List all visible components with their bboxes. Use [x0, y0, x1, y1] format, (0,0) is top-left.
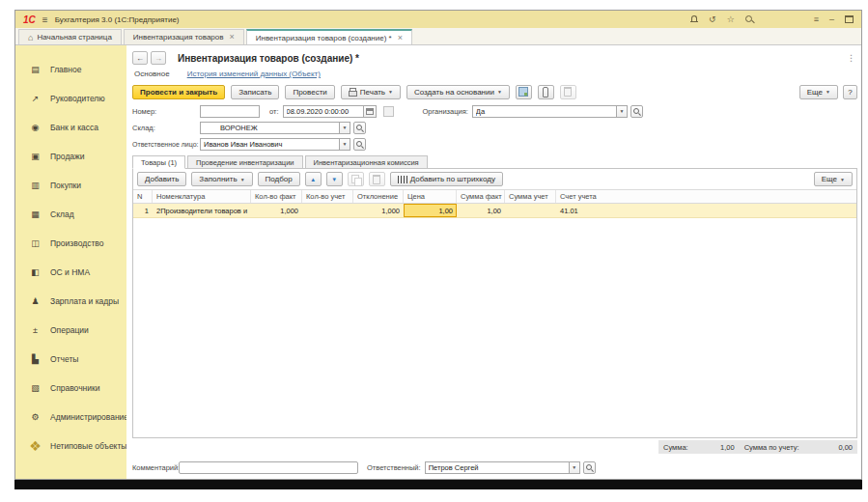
number-date-org-row: Номер: от: Организация: ▼ [132, 104, 857, 118]
tab-inventory-process[interactable]: Проведение инвентаризации [187, 155, 302, 169]
post-button[interactable]: Провести [285, 85, 334, 99]
cell-account[interactable]: 41.01 [556, 204, 856, 217]
hamburger-menu-icon[interactable]: ≡ [42, 14, 48, 25]
forward-button[interactable]: → [151, 51, 166, 65]
sidebar-item-label: Руководителю [50, 94, 105, 103]
chevron-down-icon[interactable]: ▼ [340, 138, 350, 151]
close-icon[interactable]: × [229, 33, 234, 42]
service-menu-icon[interactable]: ≡ [814, 15, 819, 24]
chevron-down-icon[interactable]: ▼ [617, 105, 628, 118]
history-icon[interactable]: ↺ [709, 15, 716, 24]
sidebar-item-operations[interactable]: ±Операции [15, 316, 126, 345]
sidebar-item-bank-cash[interactable]: ◉Банк и касса [15, 113, 126, 142]
chevron-down-icon[interactable]: ▼ [570, 461, 580, 474]
delete-row-button[interactable] [369, 172, 385, 186]
table-row[interactable]: 1 2Производители товаров и 1,000 1,000 1… [133, 204, 856, 218]
sidebar-item-reports[interactable]: ▙Отчеты [15, 345, 126, 374]
titlebar-controls: ↺ ☆ ≡ – [690, 15, 854, 24]
sidebar-item-warehouse[interactable]: ▦Склад [15, 200, 126, 229]
sidebar-item-purchases[interactable]: ▥Покупки [15, 171, 126, 200]
favorites-star-icon[interactable]: ☆ [727, 15, 735, 24]
comment-input[interactable] [179, 461, 358, 474]
tab-home[interactable]: ⌂ Начальная страница [18, 29, 122, 44]
more-options-icon[interactable]: ⋮ [847, 53, 857, 63]
minimize-icon[interactable]: – [829, 15, 834, 24]
bell-icon[interactable] [690, 15, 698, 23]
responsible-person-input[interactable] [200, 138, 340, 151]
column-header-account[interactable]: Счет учета [556, 190, 856, 203]
sidebar-item-directories[interactable]: ▧Справочники [15, 374, 126, 403]
sidebar-item-custom-objects[interactable]: ❖Нетиповые объекты [15, 432, 126, 460]
number-input[interactable] [200, 105, 260, 118]
copy-row-button[interactable] [348, 172, 364, 186]
sidebar-item-production[interactable]: ◫Производство [15, 229, 126, 258]
more-button[interactable]: Еще ▼ [799, 85, 838, 99]
search-icon[interactable] [583, 461, 596, 474]
cell-price-selected[interactable]: 1,00 [404, 204, 457, 217]
sidebar-item-administration[interactable]: ⚙Администрирование [15, 403, 126, 432]
section-main[interactable]: Основное [134, 70, 170, 78]
sidebar-item-fixed-assets[interactable]: ◧ОС и НМА [15, 258, 126, 287]
sidebar-item-manager[interactable]: ↗Руководителю [15, 84, 126, 113]
cell-nomenclature[interactable]: 2Производители товаров и [153, 204, 251, 217]
add-by-barcode-button[interactable]: Добавить по штрихкоду [390, 172, 503, 186]
cell-n[interactable]: 1 [133, 204, 153, 217]
responsible-input[interactable] [425, 461, 570, 474]
sidebar-item-sales[interactable]: ▣Продажи [15, 142, 126, 171]
fill-button[interactable]: Заполнить ▼ [191, 172, 252, 186]
save-button[interactable]: Записать [231, 85, 279, 99]
cell-sum-fact[interactable]: 1,00 [457, 204, 505, 217]
column-header-n[interactable]: N [133, 190, 153, 203]
goods-table: Добавить Заполнить ▼ Подбор ▲ ▼ Добавить… [132, 168, 857, 438]
column-header-qty-accounting[interactable]: Кол-во учет [302, 190, 353, 203]
document-header: ← → Инвентаризация товаров (создание) * … [132, 50, 857, 66]
cell-qty-accounting[interactable] [302, 204, 353, 217]
cell-sum-accounting[interactable] [505, 204, 556, 217]
column-header-deviation[interactable]: Отклонение [353, 190, 404, 203]
column-header-price[interactable]: Цена [404, 190, 457, 203]
table-more-button[interactable]: Еще ▼ [814, 172, 853, 186]
delete-button[interactable] [560, 85, 576, 99]
warehouse-input[interactable] [200, 122, 340, 134]
chevron-down-icon[interactable]: ▼ [340, 122, 350, 134]
organization-input[interactable] [472, 105, 617, 118]
calendar-icon[interactable] [364, 105, 377, 118]
create-based-on-button[interactable]: Создать на основании ▼ [406, 85, 510, 99]
document-nav: Основное История изменений данных (Объек… [132, 68, 857, 80]
tab-label: Начальная страница [37, 33, 111, 42]
back-button[interactable]: ← [132, 51, 148, 65]
barcode-icon [398, 176, 407, 183]
search-icon[interactable] [745, 15, 754, 24]
column-header-sum-fact[interactable]: Сумма факт [457, 190, 505, 203]
move-up-button[interactable]: ▲ [305, 172, 322, 186]
search-icon[interactable] [630, 105, 643, 118]
search-icon[interactable] [353, 138, 366, 151]
tab-goods[interactable]: Товары (1) [132, 155, 185, 169]
date-input[interactable] [283, 105, 364, 118]
reports-icon: ▙ [29, 354, 42, 364]
cell-deviation[interactable]: 1,000 [353, 204, 404, 217]
pick-button[interactable]: Подбор [258, 172, 300, 186]
column-header-sum-accounting[interactable]: Сумма учет [505, 190, 556, 203]
column-header-qty-fact[interactable]: Кол-во факт [251, 190, 302, 203]
sidebar-item-salary-hr[interactable]: ♟Зарплата и кадры [15, 287, 126, 316]
help-button[interactable]: ? [843, 85, 857, 99]
search-icon[interactable] [353, 122, 366, 134]
tab-inventory-list[interactable]: Инвентаризация товаров × [124, 29, 244, 44]
history-link[interactable]: История изменений данных (Объект) [187, 70, 321, 78]
related-documents-button[interactable] [516, 85, 532, 99]
sidebar-item-label: Операции [50, 325, 89, 335]
add-row-button[interactable]: Добавить [137, 172, 186, 186]
column-header-nomenclature[interactable]: Номенклатура [153, 190, 251, 203]
move-down-button[interactable]: ▼ [326, 172, 343, 186]
attachments-button[interactable] [538, 85, 554, 99]
sidebar-item-label: Продажи [50, 152, 85, 161]
restore-window-icon[interactable] [845, 15, 854, 23]
tab-commission[interactable]: Инвентаризационная комиссия [305, 155, 428, 169]
sidebar-item-main[interactable]: ▤Главное [15, 55, 126, 84]
print-button[interactable]: Печать ▼ [341, 85, 401, 99]
close-icon[interactable]: × [398, 34, 403, 42]
cell-qty-fact[interactable]: 1,000 [251, 204, 302, 217]
tab-inventory-create[interactable]: Инвентаризация товаров (создание) * × [246, 29, 412, 44]
post-and-close-button[interactable]: Провести и закрыть [132, 85, 225, 99]
